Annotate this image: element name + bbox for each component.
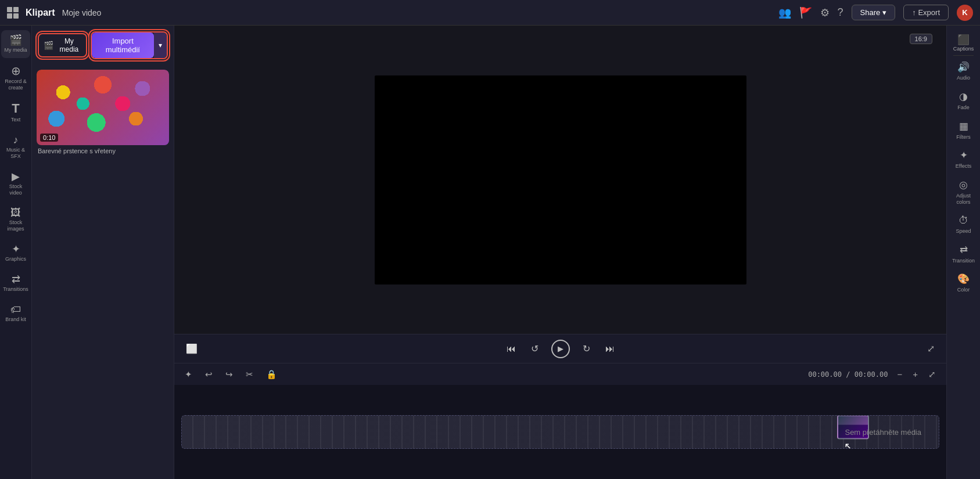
drop-thumbnail [837,415,869,440]
text-icon: T [12,102,19,115]
media-panel-header: 🎬 My media Import multimédií ▾ [32,26,174,65]
sidebar-item-text[interactable]: T Text [1,98,30,128]
color-icon: 🎨 [957,273,970,285]
right-item-fade[interactable]: ◑ Fade [947,87,980,115]
undo-button[interactable]: ↩ [202,368,216,381]
transitions-icon: ⇄ [12,274,20,284]
timeline-track[interactable]: ↖ Sem přetáhněte média [181,415,939,449]
left-sidebar: 🎬 My media ⊕ Record &create T Text ♪ Mus… [0,26,32,479]
sidebar-item-transitions[interactable]: ⇄ Transitions [1,269,30,297]
my-media-icon: 🎬 [9,35,22,45]
video-preview [375,75,746,284]
video-preview-wrapper: 16:9 [174,26,946,334]
subtitle-icon[interactable]: ⬜ [186,343,198,354]
right-item-transition[interactable]: ⇄ Transition [947,240,980,268]
forward-button[interactable]: ↻ [580,341,593,356]
sidebar-item-stock-images[interactable]: 🖼 Stock images [1,203,30,237]
play-button[interactable]: ▶ [551,340,570,358]
right-item-adjust-colors[interactable]: ◎ Adjust colors [947,175,980,210]
my-media-button-icon: 🎬 [44,41,53,50]
avatar: K [957,5,973,21]
app-title: Klipart [26,8,55,18]
right-item-speed[interactable]: ⏱ Speed [947,211,980,239]
stock-video-icon: ▶ [12,171,20,182]
playback-controls: ⬜ ⏮ ↺ ▶ ↻ ⏭ ⤢ [174,334,946,363]
effects-icon: ✦ [960,149,968,161]
brand-kit-icon: 🏷 [10,304,21,315]
redo-button[interactable]: ↪ [222,368,236,381]
transition-icon: ⇄ [960,244,968,256]
fullscreen-icon[interactable]: ⤢ [927,343,935,354]
thumbnail-duration: 0:10 [40,134,58,142]
filters-icon: ▦ [959,120,968,132]
settings-icon[interactable]: ⚙ [820,6,830,19]
right-item-audio[interactable]: 🔊 Audio [947,57,980,85]
sidebar-item-record-create[interactable]: ⊕ Record &create [1,60,30,96]
topbar: Klipart Moje video 👥 🚩 ⚙ ? Share ▾ ↑ Exp… [0,0,980,26]
captions-icon: ⬛ [957,34,970,46]
cut-button[interactable]: ✂ [242,368,257,381]
captions-label: Captions [953,46,974,52]
track-strip: ↖ Sem přetáhněte média [181,415,939,449]
app-grid-icon[interactable] [7,7,19,19]
zoom-out-button[interactable]: − [893,368,906,381]
import-group: Import multimédií ▾ [91,31,168,59]
media-panel: 🎬 My media Import multimédií ▾ 0:10 Bare… [32,26,174,479]
import-dropdown-button[interactable]: ▾ [154,33,167,58]
sidebar-item-graphics[interactable]: ✦ Graphics [1,239,30,267]
record-create-icon: ⊕ [11,65,21,77]
import-multimedia-button[interactable]: Import multimédií [92,33,154,58]
right-item-effects[interactable]: ✦ Effects [947,145,980,174]
timeline-section: ✦ ↩ ↪ ✂ 🔒 00:00.00 / 00:00.00 − + ⤢ [174,363,946,479]
audio-icon: 🔊 [957,61,970,73]
skip-back-button[interactable]: ⏮ [504,341,518,356]
captions-panel-top[interactable]: ⬛ Captions [953,30,974,56]
export-button[interactable]: ↑ Export [903,5,949,20]
right-item-filters[interactable]: ▦ Filters [947,116,980,145]
community-icon[interactable]: 👥 [778,6,791,19]
rewind-button[interactable]: ↺ [529,341,541,356]
timeline-toolbar: ✦ ↩ ↪ ✂ 🔒 00:00.00 / 00:00.00 − + ⤢ [174,363,946,385]
topbar-right: 👥 🚩 ⚙ ? Share ▾ ↑ Export K [778,5,973,21]
select-tool-button[interactable]: ✦ [181,368,196,381]
aspect-ratio-badge[interactable]: 16:9 [910,34,932,44]
share-button[interactable]: Share ▾ [852,5,896,20]
thumbnail-image: 0:10 [37,70,169,145]
media-content: 0:10 Barevné prstence s vřeteny [32,65,174,479]
music-icon: ♪ [13,135,19,145]
lock-button[interactable]: 🔒 [263,368,281,381]
project-name: Moje video [62,8,102,17]
preview-area: 16:9 ⬜ ⏮ ↺ ▶ ↻ ⏭ ⤢ ✦ ↩ ↪ ✂ 🔒 00:00.00 / [174,26,946,479]
help-icon[interactable]: ? [838,6,843,19]
graphics-icon: ✦ [12,244,20,254]
media-item-name: Barevné prstence s vřeteny [37,147,169,154]
cursor-icon: ↖ [844,440,853,449]
sidebar-item-brand-kit[interactable]: 🏷 Brand kit [1,300,30,327]
media-thumbnail[interactable]: 0:10 Barevné prstence s vřeteny [37,70,169,154]
sidebar-item-stock-video[interactable]: ▶ Stock video [1,167,30,201]
right-sidebar: ⬛ Captions 🔊 Audio ◑ Fade ▦ Filters ✦ Ef… [946,26,980,479]
my-media-button[interactable]: 🎬 My media [38,33,87,57]
zoom-in-button[interactable]: + [909,368,921,381]
timeline-zoom-controls: − + ⤢ [893,368,939,381]
sidebar-item-music-sfx[interactable]: ♪ Music & SFX [1,130,30,164]
expand-button[interactable]: ⤢ [925,368,939,381]
timeline-time: 00:00.00 / 00:00.00 [808,370,888,379]
topbar-left: Klipart Moje video [7,7,101,19]
stock-images-icon: 🖼 [10,207,21,218]
timeline-body: ↖ Sem přetáhněte média [174,385,946,479]
speed-icon: ⏱ [959,215,968,226]
main-area: 🎬 My media ⊕ Record &create T Text ♪ Mus… [0,26,980,479]
sidebar-item-my-media[interactable]: 🎬 My media [1,30,30,58]
fade-icon: ◑ [959,91,968,103]
adjust-colors-icon: ◎ [959,179,968,191]
right-item-color[interactable]: 🎨 Color [947,269,980,297]
skip-forward-button[interactable]: ⏭ [603,341,617,356]
flag-icon[interactable]: 🚩 [799,6,812,19]
